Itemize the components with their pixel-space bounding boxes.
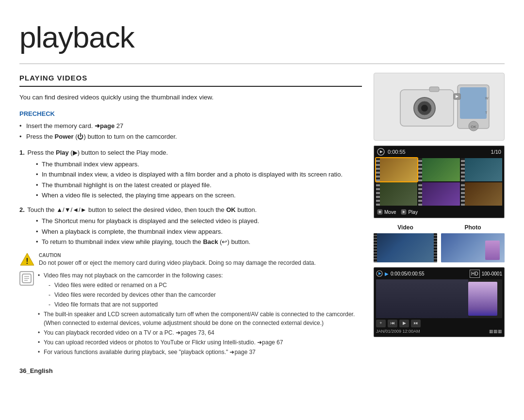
note-item-3: You can playback recorded video on a TV … xyxy=(38,328,362,337)
svg-marker-20 xyxy=(380,150,383,153)
note-sublist-1: Video files were edited or renamed on a … xyxy=(44,281,362,309)
precheck-list: Insert the memory card. ➜page 27 Press t… xyxy=(19,121,362,141)
step-1: 1. Press the Play (▶) button to select t… xyxy=(19,148,362,200)
move-label: Move xyxy=(384,209,396,216)
pb-filenum: 100-0001 xyxy=(482,270,502,277)
step-2-subitems: The Shortcut menu for playback is displa… xyxy=(26,216,362,247)
step-1-sub-1: The thumbnail index view appears. xyxy=(36,160,362,169)
vp-photo: Photo xyxy=(441,223,505,262)
thumb-cell-5[interactable] xyxy=(418,182,459,206)
pb-play-symbol: ▶ xyxy=(385,270,389,277)
main-layout: PLAYING VIDEOS You can find desired vide… xyxy=(19,73,505,376)
precheck-label: PRECHECK xyxy=(19,109,362,119)
thumb-grid xyxy=(376,158,502,206)
pb-audio-icon: ▦▦▦ xyxy=(489,328,502,335)
photo-thumb xyxy=(441,233,505,262)
note-sub-1b: Video files were recorded by devices oth… xyxy=(49,291,362,299)
pb-prev-btn[interactable]: ⏮ xyxy=(388,320,397,327)
play-label: Play xyxy=(408,209,417,216)
step-2-sub-3: To return to thumbnail index view while … xyxy=(36,237,362,247)
pb-quality: HD xyxy=(470,270,479,278)
svg-text:!: ! xyxy=(26,257,28,265)
note-sub-1a: Video files were edited or renamed on a … xyxy=(49,281,362,290)
pb-header: ▶ 0:00:05/0:00:55 HD 100-0001 xyxy=(376,270,502,278)
svg-text:T: T xyxy=(485,111,488,114)
note-box: Video files may not playback on the camc… xyxy=(19,271,362,357)
section-title: PLAYING VIDEOS xyxy=(19,73,362,87)
thumb-footer: Move Play xyxy=(376,208,502,216)
vp-video: Video xyxy=(374,223,437,262)
step-1-subitems: The thumbnail index view appears. In thu… xyxy=(26,160,362,200)
pb-next-btn[interactable]: ⏭ xyxy=(411,320,421,327)
svg-text:W: W xyxy=(485,97,489,100)
svg-marker-26 xyxy=(378,272,381,275)
note-item-4: You can upload recorded videos or photos… xyxy=(38,338,362,347)
page-footer: 36_English xyxy=(19,366,362,376)
step-2: 2. Touch the ▲/▼/◄/► button to select th… xyxy=(19,205,362,247)
svg-rect-10 xyxy=(429,87,439,92)
thumb-cell-3[interactable] xyxy=(461,158,502,181)
step-1-sub-3: The thumbnail highlight is on the latest… xyxy=(36,180,362,190)
thumb-time: 0:00:55 xyxy=(388,148,406,156)
pb-subject xyxy=(468,282,497,316)
note-sub-1c: Video file formats that are not supporte… xyxy=(49,300,362,309)
step-1-sub-2: In thumbnail index view, a video is disp… xyxy=(36,170,362,179)
right-panel: OK W T 0:00:55 1/10 xyxy=(374,73,505,376)
svg-text:OK: OK xyxy=(471,125,476,129)
note-item-1: Video files may not playback on the camc… xyxy=(38,271,362,309)
thumb-cell-1[interactable] xyxy=(376,158,417,181)
step-1-sub-4: When a video file is selected, the playi… xyxy=(36,191,362,200)
precheck-item-2: Press the Power (⏻) button to turn on th… xyxy=(19,132,362,142)
caution-box: ! CAUTION Do not power off or eject the … xyxy=(19,252,362,267)
note-item-2: The built-in speaker and LCD screen auto… xyxy=(38,310,362,327)
playback-screen: ▶ 0:00:05/0:00:55 HD 100-0001 + ⏮ ▶ ⏭ xyxy=(374,267,505,338)
video-thumb xyxy=(374,233,437,262)
pb-video-area xyxy=(376,279,502,318)
caution-text: Do not power off or eject the memory car… xyxy=(39,259,316,267)
thumb-move: Move xyxy=(377,209,396,216)
step-2-sub-2: When a playback is complete, the thumbna… xyxy=(36,227,362,237)
step-2-sub-1: The Shortcut menu for playback is displa… xyxy=(36,216,362,226)
page-title: playback xyxy=(19,15,505,64)
vp-row: Video Photo xyxy=(374,223,505,262)
pb-vol-btn[interactable]: + xyxy=(376,320,386,327)
content-area: PLAYING VIDEOS You can find desired vide… xyxy=(19,73,362,376)
thumb-play: Play xyxy=(401,209,417,216)
page-ref-1: ➜page xyxy=(95,122,115,129)
precheck-item-1: Insert the memory card. ➜page 27 xyxy=(19,121,362,131)
camera-diagram: OK W T xyxy=(374,73,505,141)
pb-timecode: 0:00:05/0:00:55 xyxy=(391,270,425,277)
thumb-counter: 1/10 xyxy=(491,148,501,156)
thumb-panel: 0:00:55 1/10 xyxy=(374,145,505,218)
photo-label: Photo xyxy=(465,223,481,232)
note-item-5: For various functions available during p… xyxy=(38,348,362,356)
note-list: Video files may not playback on the camc… xyxy=(38,271,362,357)
thumb-cell-2[interactable] xyxy=(418,158,459,181)
caution-icon: ! xyxy=(19,252,35,267)
pb-footer: JAN/01/2009 12:00AM ▦▦▦ xyxy=(376,328,502,335)
note-icon xyxy=(19,271,34,286)
pb-play-btn[interactable]: ▶ xyxy=(399,320,409,327)
intro-text: You can find desired videos quickly usin… xyxy=(19,93,362,102)
svg-point-9 xyxy=(421,105,428,112)
video-label: Video xyxy=(397,223,413,232)
caution-label: CAUTION xyxy=(39,252,316,259)
pb-timestamp: JAN/01/2009 12:00AM xyxy=(376,328,420,335)
pb-controls: + ⏮ ▶ ⏭ xyxy=(376,320,502,327)
thumb-cell-4[interactable] xyxy=(376,182,417,206)
thumb-cell-6[interactable] xyxy=(461,182,502,206)
thumb-header: 0:00:55 1/10 xyxy=(376,148,502,156)
svg-rect-12 xyxy=(460,87,487,119)
